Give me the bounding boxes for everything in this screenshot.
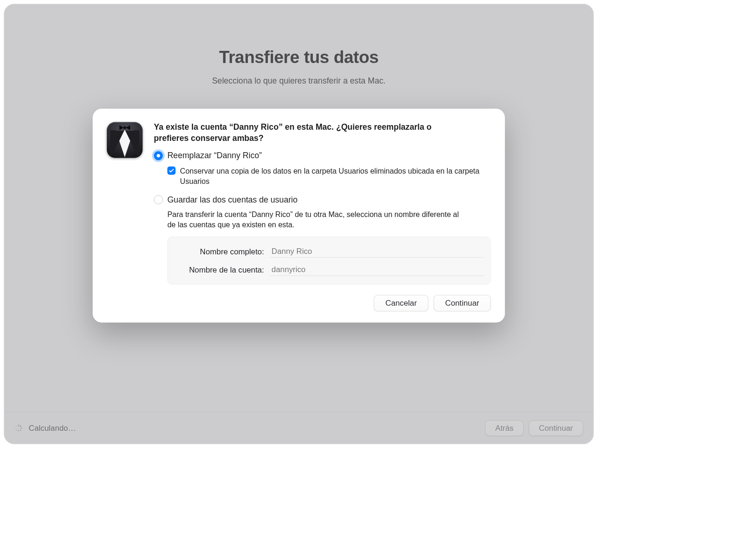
page-subtitle: Selecciona lo que quieres transferir a e… [4,76,593,86]
svg-line-7 [16,426,17,427]
account-conflict-dialog: Ya existe la cuenta “Danny Rico” en esta… [92,109,505,323]
svg-line-3 [20,430,21,431]
page-title: Transfiere tus datos [4,47,593,67]
account-name-label: Nombre de la cuenta: [175,266,264,274]
cancel-button[interactable]: Cancelar [374,295,429,311]
checkbox-keep-copy[interactable]: Conservar una copia de los datos en la c… [167,166,491,187]
radio-indicator-replace [154,151,163,160]
account-name-input[interactable] [269,264,484,276]
radio-indicator-keep-both [154,196,163,204]
radio-label-keep-both: Guardar las dos cuentas de usuario [167,195,297,205]
continue-button-footer[interactable]: Continuar [529,420,583,436]
radio-option-replace[interactable]: Reemplazar “Danny Rico” [154,151,491,161]
migration-assistant-icon [107,122,143,158]
back-button[interactable]: Atrás [485,420,523,436]
radio-option-keep-both[interactable]: Guardar las dos cuentas de usuario [154,195,491,205]
checkbox-indicator [167,167,176,175]
radio-label-replace: Reemplazar “Danny Rico” [167,151,261,161]
full-name-input[interactable] [269,245,484,258]
checkbox-label: Conservar una copia de los datos en la c… [180,166,486,187]
migration-assistant-window: Transfiere tus datos Selecciona lo que q… [4,4,594,444]
svg-line-5 [16,430,17,431]
svg-line-1 [20,426,21,427]
account-name-form: Nombre completo: Nombre de la cuenta: [167,237,491,285]
status-text: Calculando… [29,424,76,433]
svg-point-8 [123,126,126,129]
full-name-label: Nombre completo: [175,247,264,256]
keep-both-description: Para transferir la cuenta “Danny Rico” d… [167,209,466,230]
dialog-heading: Ya existe la cuenta “Danny Rico” en esta… [154,121,438,144]
continue-button-dialog[interactable]: Continuar [434,295,491,311]
spinner-icon [14,424,23,433]
footer-bar: Calculando… Atrás Continuar [4,412,593,444]
